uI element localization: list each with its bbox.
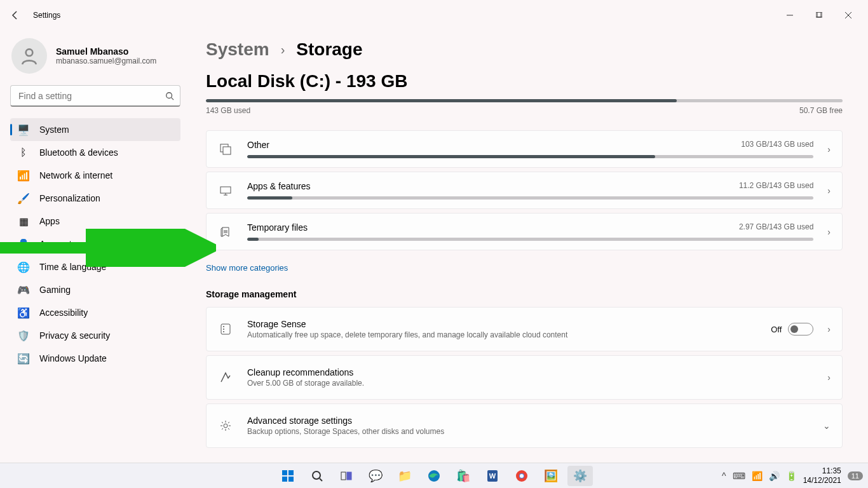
category-bar bbox=[247, 238, 813, 241]
nav-item-network-internet[interactable]: 📶Network & internet bbox=[10, 164, 180, 187]
chevron-down-icon: ⌄ bbox=[823, 421, 831, 431]
tray-wifi-icon[interactable]: 📶 bbox=[752, 471, 763, 481]
nav-list: 🖥️SystemᛒBluetooth & devices📶Network & i… bbox=[10, 118, 180, 370]
maximize-icon bbox=[816, 12, 822, 18]
nav-item-privacy-security[interactable]: 🛡️Privacy & security bbox=[10, 324, 180, 347]
chevron-right-icon: › bbox=[827, 144, 831, 154]
mgmt-advanced-storage-settings[interactable]: Advanced storage settings Backup options… bbox=[206, 403, 843, 448]
svg-rect-16 bbox=[288, 477, 294, 482]
nav-icon: ᛒ bbox=[18, 147, 29, 158]
mgmt-icon bbox=[218, 323, 233, 336]
start-button[interactable] bbox=[275, 466, 301, 486]
nav-label: Accounts bbox=[39, 239, 76, 249]
storage-sense-toggle[interactable] bbox=[788, 323, 813, 336]
svg-rect-6 bbox=[220, 187, 231, 193]
svg-rect-18 bbox=[341, 472, 346, 480]
mgmt-title: Advanced storage settings bbox=[247, 416, 809, 426]
nav-item-gaming[interactable]: 🎮Gaming bbox=[10, 278, 180, 301]
nav-item-accounts[interactable]: 👤Accounts bbox=[10, 233, 180, 255]
taskbar-chat[interactable]: 💬 bbox=[363, 466, 388, 486]
mgmt-title: Cleanup recommendations bbox=[247, 367, 813, 377]
nav-item-windows-update[interactable]: 🔄Windows Update bbox=[10, 347, 180, 370]
taskbar-search[interactable] bbox=[304, 466, 330, 486]
category-bar bbox=[247, 155, 813, 158]
svg-rect-14 bbox=[288, 470, 294, 475]
taskbar: 💬 📁 🛍️ W 🖼️ ⚙️ ^ ⌨ 📶 🔊 🔋 11:35 14/12/202… bbox=[0, 463, 868, 488]
tray-chevron-icon[interactable]: ^ bbox=[722, 471, 726, 481]
nav-label: Accessibility bbox=[39, 308, 88, 318]
nav-label: Bluetooth & devices bbox=[39, 147, 118, 158]
nav-label: Windows Update bbox=[39, 353, 107, 363]
windows-icon bbox=[282, 470, 294, 482]
svg-rect-1 bbox=[817, 12, 822, 17]
category-apps-features[interactable]: Apps & features 11.2 GB/143 GB used › bbox=[206, 172, 843, 209]
main-content: System › Storage Local Disk (C:) - 193 G… bbox=[191, 30, 868, 463]
tray-volume-icon[interactable]: 🔊 bbox=[769, 471, 780, 481]
nav-label: Time & language bbox=[39, 262, 106, 272]
category-fill bbox=[247, 196, 292, 200]
taskbar-store[interactable]: 🛍️ bbox=[451, 466, 476, 486]
nav-icon: 🖥️ bbox=[18, 124, 29, 135]
nav-label: Gaming bbox=[39, 285, 71, 295]
profile-section[interactable]: Samuel Mbanaso mbanaso.samuel@gmail.com bbox=[10, 36, 180, 85]
taskbar-edge[interactable] bbox=[421, 466, 447, 486]
chevron-right-icon: › bbox=[827, 372, 831, 383]
category-label: Other bbox=[247, 140, 269, 150]
taskbar-chrome[interactable] bbox=[509, 466, 534, 486]
breadcrumb-parent[interactable]: System bbox=[206, 39, 269, 60]
category-usage: 2.97 GB/143 GB used bbox=[739, 222, 813, 233]
search-icon bbox=[311, 470, 323, 482]
back-button[interactable] bbox=[5, 5, 25, 25]
maximize-button[interactable] bbox=[804, 5, 834, 25]
nav-item-accessibility[interactable]: ♿Accessibility bbox=[10, 301, 180, 324]
taskbar-center: 💬 📁 🛍️ W 🖼️ ⚙️ bbox=[275, 466, 593, 486]
tray-notification-badge[interactable]: 11 bbox=[848, 471, 863, 480]
storage-management-heading: Storage management bbox=[206, 289, 843, 299]
show-more-categories-link[interactable]: Show more categories bbox=[206, 263, 288, 273]
nav-label: System bbox=[39, 125, 69, 135]
category-usage: 103 GB/143 GB used bbox=[741, 140, 813, 150]
category-label: Temporary files bbox=[247, 222, 308, 233]
nav-item-apps[interactable]: ▦Apps bbox=[10, 210, 180, 233]
category-icon bbox=[218, 143, 233, 156]
chevron-right-icon: › bbox=[281, 43, 285, 57]
svg-rect-15 bbox=[282, 477, 287, 482]
nav-icon: 🔄 bbox=[18, 353, 29, 364]
mgmt-subtitle: Automatically free up space, delete temp… bbox=[247, 330, 757, 339]
system-tray: ^ ⌨ 📶 🔊 🔋 11:35 14/12/2021 11 bbox=[722, 466, 863, 485]
nav-item-bluetooth-devices[interactable]: ᛒBluetooth & devices bbox=[10, 141, 180, 164]
nav-icon: 🛡️ bbox=[18, 330, 29, 341]
mgmt-storage-sense[interactable]: Storage Sense Automatically free up spac… bbox=[206, 307, 843, 351]
breadcrumb: System › Storage bbox=[206, 39, 843, 60]
tray-keyboard-icon[interactable]: ⌨ bbox=[733, 471, 745, 481]
tray-battery-icon[interactable]: 🔋 bbox=[786, 471, 797, 481]
svg-rect-7 bbox=[221, 324, 230, 334]
minimize-button[interactable] bbox=[775, 5, 804, 25]
search-input[interactable] bbox=[10, 85, 180, 107]
mgmt-cleanup-recommendations[interactable]: Cleanup recommendations Over 5.00 GB of … bbox=[206, 355, 843, 400]
svg-point-10 bbox=[223, 331, 224, 332]
category-temporary-files[interactable]: Temporary files 2.97 GB/143 GB used › bbox=[206, 213, 843, 250]
search-box bbox=[10, 85, 180, 107]
taskbar-settings[interactable]: ⚙️ bbox=[567, 466, 593, 486]
nav-label: Personalization bbox=[39, 193, 100, 203]
sidebar: Samuel Mbanaso mbanaso.samuel@gmail.com … bbox=[0, 30, 191, 463]
category-label: Apps & features bbox=[247, 181, 311, 191]
nav-item-system[interactable]: 🖥️System bbox=[10, 118, 180, 141]
close-button[interactable] bbox=[834, 5, 863, 25]
taskbar-photos[interactable]: 🖼️ bbox=[538, 466, 564, 486]
category-other[interactable]: Other 103 GB/143 GB used › bbox=[206, 130, 843, 168]
taskbar-explorer[interactable]: 📁 bbox=[392, 466, 417, 486]
avatar bbox=[11, 38, 47, 74]
svg-point-9 bbox=[223, 329, 224, 330]
edge-icon bbox=[428, 470, 440, 482]
close-icon bbox=[845, 12, 851, 18]
tray-clock[interactable]: 11:35 14/12/2021 bbox=[803, 466, 841, 485]
nav-item-time-language[interactable]: 🌐Time & language bbox=[10, 255, 180, 278]
taskbar-taskview[interactable] bbox=[334, 466, 359, 486]
nav-item-personalization[interactable]: 🖌️Personalization bbox=[10, 187, 180, 210]
nav-icon: 🖌️ bbox=[18, 193, 29, 204]
taskbar-word[interactable]: W bbox=[480, 466, 505, 486]
disk-usage-bar bbox=[206, 99, 843, 102]
disk-free-label: 50.7 GB free bbox=[799, 106, 843, 115]
